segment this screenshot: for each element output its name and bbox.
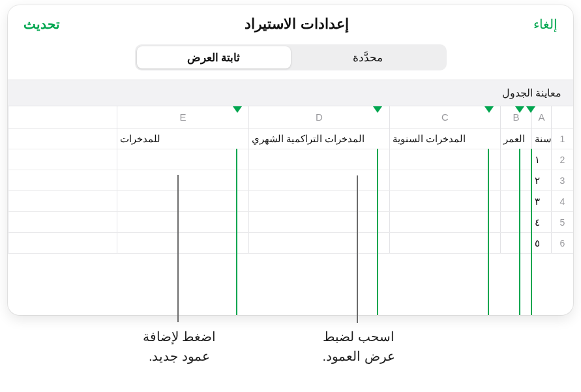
cell [500,149,531,170]
table-preview-label: معاينة الجدول [8,80,573,106]
cell: ٢ [531,170,551,190]
table-row: ٥ 6 [8,233,573,254]
extra-column-space[interactable] [8,106,117,128]
table-row: ١ 2 [8,149,573,170]
cell [117,233,248,253]
tab-fixed-width[interactable]: ثابتة العرض [137,46,291,68]
tab-delimited[interactable]: محدَّدة [291,46,445,68]
rownum: 1 [551,128,573,149]
import-settings-panel: إلغاء إعدادات الاستيراد تحديث محدَّدة ثا… [8,5,573,315]
rownum: 6 [551,233,573,253]
cell: المدخرات التراكمية الشهري [248,128,389,149]
cell [500,212,531,232]
cell [389,170,500,190]
cell-blank [8,128,117,149]
cell: العمر [500,128,531,149]
column-header-row: E D C B A [8,106,573,128]
column-header-c[interactable]: C [389,106,500,128]
cell: ٥ [531,233,551,253]
cell: للمدخرات [117,128,248,149]
table-row: ٣ 4 [8,191,573,212]
cell-blank [8,212,117,232]
table-row: ٤ 5 [8,212,573,233]
cancel-button[interactable]: إلغاء [533,16,558,32]
panel-title: إعدادات الاستيراد [245,16,348,33]
cell [117,149,248,170]
cell [500,233,531,253]
cell [117,212,248,232]
column-header-e[interactable]: E [117,106,248,128]
cell [389,212,500,232]
cell-blank [8,233,117,253]
segmented-control: محدَّدة ثابتة العرض [135,44,447,70]
cell: ٣ [531,191,551,211]
cell [248,149,389,170]
rownum: 4 [551,191,573,211]
cell [248,191,389,211]
update-button[interactable]: تحديث [23,16,60,32]
cell-blank [8,170,117,190]
column-header-d[interactable]: D [248,106,389,128]
callout-tap-text: اضغط لإضافة عمود جديد. [108,327,251,366]
column-handle-c-d[interactable] [484,106,494,113]
header: إلغاء إعدادات الاستيراد تحديث [8,5,573,42]
cell [500,170,531,190]
column-handle-d-e[interactable] [373,106,382,113]
rownum-header [551,106,573,128]
cell [117,170,248,190]
cell [389,149,500,170]
column-handle-e-end[interactable] [233,106,242,113]
table-row: ٢ 3 [8,170,573,191]
cell: ١ [531,149,551,170]
table-preview: E D C B A للمدخرات المدخرات التراكمية ال… [8,106,573,254]
cell [389,233,500,253]
table-row: للمدخرات المدخرات التراكمية الشهري المدخ… [8,128,573,149]
cell [248,170,389,190]
rownum: 3 [551,170,573,190]
cell-blank [8,149,117,170]
cell: ٤ [531,212,551,232]
rownum: 2 [551,149,573,170]
cell [500,191,531,211]
segmented-control-wrap: محدَّدة ثابتة العرض [8,42,573,80]
cell: سنة [531,128,551,149]
column-handle-b-c[interactable] [515,106,524,113]
cell-blank [8,191,117,211]
cell [389,191,500,211]
cell [248,233,389,253]
rownum: 5 [551,212,573,232]
callout-drag-text: اسحب لضبط عرض العمود. [287,327,430,366]
column-handle-a-b[interactable] [526,106,535,113]
callouts: اسحب لضبط عرض العمود. اضغط لإضافة عمود ج… [0,315,581,392]
cell [248,212,389,232]
cell: المدخرات السنوية [389,128,500,149]
cell [117,191,248,211]
